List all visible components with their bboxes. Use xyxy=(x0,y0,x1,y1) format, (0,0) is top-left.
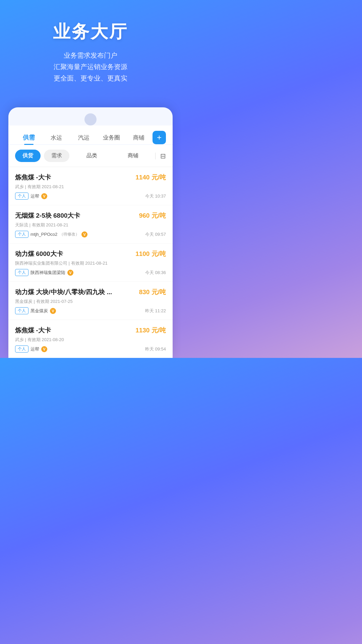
item-time: 昨天 09:54 xyxy=(145,346,166,352)
tab-shop[interactable]: 商铺 xyxy=(125,131,153,144)
list-item[interactable]: 无烟煤 2-5块 6800大卡 960 元/吨 天际流 | 有效期 2021-0… xyxy=(8,205,173,244)
store-filter[interactable]: 商铺 xyxy=(114,152,152,159)
item-tags: 个人 运帮 V xyxy=(15,345,47,353)
tab-truck[interactable]: 汽运 xyxy=(70,131,98,144)
item-time: 今天 09:57 xyxy=(145,231,166,237)
tag-pending: （待修改） xyxy=(59,231,79,237)
tag-v-badge: V xyxy=(50,308,56,314)
tag-username: 黑金煤炭 xyxy=(31,308,48,314)
list-container: 炼焦煤 -大卡 1140 元/吨 武乡 | 有效期 2021-08-21 个人 … xyxy=(8,167,173,358)
phone-card: 供需 水运 汽运 业务圈 商铺 + 供货 需求 品类 商铺 ⊟ 炼焦煤 -大卡 … xyxy=(8,107,173,358)
item-tags: 个人 陕西神瑞集团梁陆 V xyxy=(15,269,73,276)
item-meta: 武乡 | 有效期 2021-08-20 xyxy=(15,337,166,343)
item-title: 动力煤 6000大卡 xyxy=(15,250,63,258)
item-time: 今天 10:37 xyxy=(145,193,166,199)
list-item[interactable]: 炼焦煤 -大卡 1130 元/吨 武乡 | 有效期 2021-08-20 个人 … xyxy=(8,320,173,358)
item-tags: 个人 黑金煤炭 V xyxy=(15,307,56,314)
tab-circle[interactable]: 业务圈 xyxy=(98,131,125,144)
item-price: 1140 元/吨 xyxy=(135,173,166,182)
tab-supply[interactable]: 供需 xyxy=(15,131,43,144)
item-title: 动力煤 大块/中块/八零块/四九块 ... xyxy=(15,288,112,297)
filter-icon[interactable]: ⊟ xyxy=(160,152,166,160)
tag-personal: 个人 xyxy=(15,231,28,238)
tag-v-badge: V xyxy=(67,270,73,276)
supply-filter-btn[interactable]: 供货 xyxy=(15,150,41,162)
list-item[interactable]: 炼焦煤 -大卡 1140 元/吨 武乡 | 有效期 2021-08-21 个人 … xyxy=(8,167,173,205)
item-meta: 天际流 | 有效期 2021-08-21 xyxy=(15,222,166,228)
tag-username: 运帮 xyxy=(31,193,39,199)
tabs-row: 供需 水运 汽运 业务圈 商铺 + xyxy=(8,125,173,144)
filter-row: 供货 需求 品类 商铺 ⊟ xyxy=(8,145,173,167)
item-tags: 个人 mtjh_PPOco2 （待修改） V xyxy=(15,231,87,238)
tag-v-badge: V xyxy=(41,193,47,199)
page-subtitle: 业务需求发布门户 汇聚海量产运销业务资源 更全面、更专业、更真实 xyxy=(7,50,174,84)
page-header: 业务大厅 业务需求发布门户 汇聚海量产运销业务资源 更全面、更专业、更真实 xyxy=(0,0,181,97)
item-meta: 陕西神瑞实业集团有限公司 | 有效期 2021-08-21 xyxy=(15,260,166,266)
category-filter[interactable]: 品类 xyxy=(73,152,111,159)
page-title: 业务大厅 xyxy=(7,20,174,44)
tag-username: mtjh_PPOco2 xyxy=(31,232,57,237)
tag-username: 运帮 xyxy=(31,346,39,352)
item-price: 1100 元/吨 xyxy=(135,250,166,258)
tag-personal: 个人 xyxy=(15,307,28,314)
tag-personal: 个人 xyxy=(15,269,28,276)
list-item[interactable]: 动力煤 大块/中块/八零块/四九块 ... 830 元/吨 黑金煤炭 | 有效期… xyxy=(8,282,173,320)
tag-v-badge: V xyxy=(81,231,87,237)
item-time: 昨天 11:22 xyxy=(145,308,166,314)
item-meta: 武乡 | 有效期 2021-08-21 xyxy=(15,184,166,190)
item-tags: 个人 运帮 V xyxy=(15,193,47,200)
subtitle-line1: 业务需求发布门户 xyxy=(7,50,174,61)
subtitle-line3: 更全面、更专业、更真实 xyxy=(7,72,174,84)
item-title: 无烟煤 2-5块 6800大卡 xyxy=(15,211,80,220)
tag-personal: 个人 xyxy=(15,345,28,353)
item-time: 今天 08:36 xyxy=(145,270,166,276)
tag-username: 陕西神瑞集团梁陆 xyxy=(31,270,65,276)
filter-divider xyxy=(155,153,156,159)
tab-water[interactable]: 水运 xyxy=(43,131,70,144)
item-title: 炼焦煤 -大卡 xyxy=(15,173,51,182)
tag-v-badge: V xyxy=(41,346,47,352)
phone-dot xyxy=(84,113,97,125)
item-price: 830 元/吨 xyxy=(139,288,166,297)
add-icon: + xyxy=(157,133,162,142)
item-price: 960 元/吨 xyxy=(139,211,166,220)
item-price: 1130 元/吨 xyxy=(135,326,166,335)
demand-filter-btn[interactable]: 需求 xyxy=(44,150,69,162)
item-title: 炼焦煤 -大卡 xyxy=(15,326,51,335)
subtitle-line2: 汇聚海量产运销业务资源 xyxy=(7,61,174,72)
add-button[interactable]: + xyxy=(153,131,166,144)
list-item[interactable]: 动力煤 6000大卡 1100 元/吨 陕西神瑞实业集团有限公司 | 有效期 2… xyxy=(8,244,173,282)
item-meta: 黑金煤炭 | 有效期 2021-07-25 xyxy=(15,299,166,305)
tag-personal: 个人 xyxy=(15,193,28,200)
